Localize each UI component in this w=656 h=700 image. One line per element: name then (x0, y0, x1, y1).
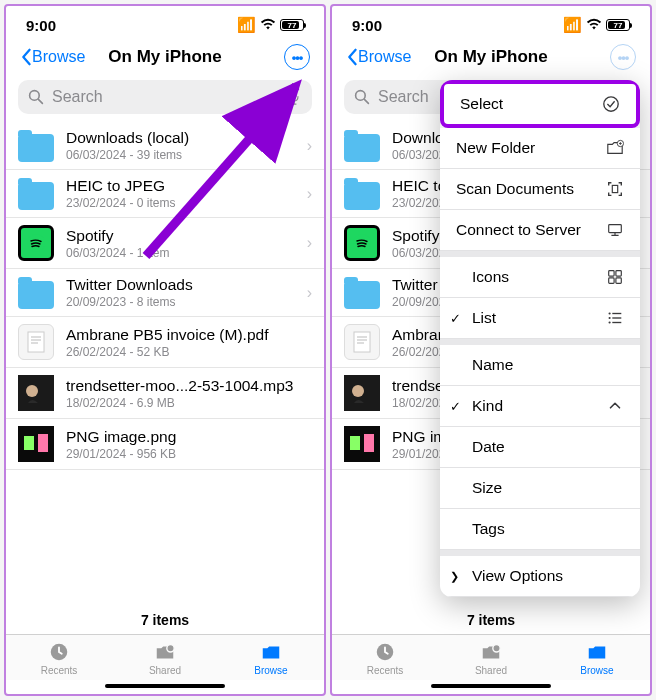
menu-select[interactable]: Select (440, 80, 640, 128)
file-row[interactable]: Spotify06/03/2024 - 1 item› (6, 218, 324, 269)
more-button[interactable]: ••• (284, 44, 310, 70)
file-name: PNG image.png (66, 428, 312, 446)
svg-rect-12 (38, 434, 48, 452)
status-time: 9:00 (352, 17, 382, 34)
search-placeholder: Search (52, 88, 103, 106)
back-button[interactable]: Browse (346, 48, 411, 66)
file-row[interactable]: Downloads (local)06/03/2024 - 39 items› (6, 122, 324, 170)
home-indicator[interactable] (105, 684, 225, 688)
svg-point-37 (609, 312, 611, 314)
chevron-up-icon (606, 397, 624, 415)
ellipsis-icon: ••• (618, 50, 629, 65)
file-info: Downloads (local)06/03/2024 - 39 items (66, 129, 295, 162)
search-icon (28, 89, 44, 105)
file-row[interactable]: Twitter Downloads20/09/2023 - 8 items› (6, 269, 324, 317)
file-name: Downloads (local) (66, 129, 295, 147)
menu-scan-documents[interactable]: Scan Documents (440, 169, 640, 210)
svg-rect-33 (609, 271, 614, 276)
file-list: Downloads (local)06/03/2024 - 39 items›H… (6, 122, 324, 602)
tab-recents[interactable]: Recents (332, 641, 438, 676)
menu-view-icons[interactable]: Icons (440, 257, 640, 298)
folder-plus-icon (606, 139, 624, 157)
grid-icon (606, 268, 624, 286)
file-meta: 18/02/2024 - 6.9 MB (66, 396, 312, 410)
microphone-icon[interactable] (286, 89, 302, 105)
file-info: trendsetter-moo...2-53-1004.mp318/02/202… (66, 377, 312, 410)
file-meta: 20/09/2023 - 8 items (66, 295, 295, 309)
menu-sort-name[interactable]: Name (440, 345, 640, 386)
item-count: 7 items (332, 602, 650, 634)
svg-point-16 (356, 91, 366, 101)
search-icon (354, 89, 370, 105)
item-count: 7 items (6, 602, 324, 634)
svg-rect-20 (354, 332, 370, 352)
file-meta: 23/02/2024 - 0 items (66, 196, 295, 210)
svg-rect-26 (344, 426, 380, 462)
cellular-icon: 📶 (563, 16, 582, 34)
menu-sort-tags[interactable]: Tags (440, 509, 640, 550)
file-meta: 26/02/2024 - 52 KB (66, 345, 312, 359)
file-name: Twitter Downloads (66, 276, 295, 294)
scan-icon (606, 180, 624, 198)
menu-sort-size[interactable]: Size (440, 468, 640, 509)
tab-browse[interactable]: Browse (544, 641, 650, 676)
menu-new-folder[interactable]: New Folder (440, 128, 640, 169)
tab-browse[interactable]: Browse (218, 641, 324, 676)
file-row[interactable]: PNG image.png29/01/2024 - 956 KB (6, 419, 324, 470)
menu-sort-date[interactable]: Date (440, 427, 640, 468)
svg-rect-32 (609, 225, 622, 233)
chevron-right-icon: › (307, 284, 312, 302)
svg-rect-27 (350, 436, 360, 450)
menu-view-options[interactable]: ❯View Options (440, 556, 640, 597)
file-info: Spotify06/03/2024 - 1 item (66, 227, 295, 260)
tab-shared[interactable]: Shared (112, 641, 218, 676)
svg-rect-10 (18, 426, 54, 462)
home-indicator[interactable] (431, 684, 551, 688)
status-time: 9:00 (26, 17, 56, 34)
search-field[interactable]: Search (18, 80, 312, 114)
navigation-bar: Browse On My iPhone ••• (6, 38, 324, 76)
context-menu: Select New Folder Scan Documents Connect… (440, 80, 640, 597)
tab-bar: Recents Shared Browse (6, 634, 324, 680)
navigation-bar: Browse On My iPhone ••• (332, 38, 650, 76)
back-button[interactable]: Browse (20, 48, 85, 66)
svg-rect-4 (28, 332, 44, 352)
search-placeholder: Search (378, 88, 429, 106)
wifi-icon (586, 17, 602, 34)
menu-view-list[interactable]: ✓List (440, 298, 640, 339)
more-button[interactable]: ••• (610, 44, 636, 70)
file-info: HEIC to JPEG23/02/2024 - 0 items (66, 177, 295, 210)
back-label: Browse (32, 48, 85, 66)
file-meta: 06/03/2024 - 1 item (66, 246, 295, 260)
file-name: trendsetter-moo...2-53-1004.mp3 (66, 377, 312, 395)
svg-point-15 (167, 645, 174, 652)
svg-point-0 (30, 91, 40, 101)
back-label: Browse (358, 48, 411, 66)
list-icon (606, 309, 624, 327)
svg-line-17 (364, 99, 368, 103)
svg-rect-11 (24, 436, 34, 450)
status-bar: 9:00 📶 77 (6, 6, 324, 38)
menu-sort-kind[interactable]: ✓Kind (440, 386, 640, 427)
svg-rect-2 (292, 90, 297, 99)
server-icon (606, 221, 624, 239)
file-row[interactable]: Ambrane PB5 invoice (M).pdf26/02/2024 - … (6, 317, 324, 368)
select-icon (602, 95, 620, 113)
file-row[interactable]: trendsetter-moo...2-53-1004.mp318/02/202… (6, 368, 324, 419)
tab-shared[interactable]: Shared (438, 641, 544, 676)
wifi-icon (260, 17, 276, 34)
page-title: On My iPhone (108, 47, 221, 67)
file-meta: 29/01/2024 - 956 KB (66, 447, 312, 461)
phone-screenshot-right: 9:00 📶 77 Browse On My iPhone ••• Search… (330, 4, 652, 696)
page-title: On My iPhone (434, 47, 547, 67)
file-name: Spotify (66, 227, 295, 245)
battery-icon: 77 (606, 19, 630, 31)
file-row[interactable]: HEIC to JPEG23/02/2024 - 0 items› (6, 170, 324, 218)
svg-point-39 (609, 317, 611, 319)
file-name: HEIC to JPEG (66, 177, 295, 195)
tab-recents[interactable]: Recents (6, 641, 112, 676)
svg-point-25 (352, 385, 364, 397)
menu-connect-server[interactable]: Connect to Server (440, 210, 640, 251)
svg-rect-35 (609, 278, 614, 283)
file-name: Ambrane PB5 invoice (M).pdf (66, 326, 312, 344)
